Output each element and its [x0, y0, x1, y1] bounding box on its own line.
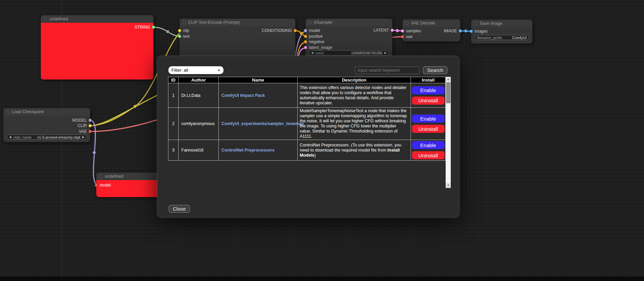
- search-group: Search: [355, 66, 447, 74]
- search-button[interactable]: Search: [423, 66, 447, 74]
- slot-label: images: [475, 29, 488, 34]
- uninstall-button[interactable]: Uninstall: [412, 151, 445, 159]
- link-midpoint-dot[interactable]: [396, 29, 399, 32]
- vae-port-icon[interactable]: [88, 130, 92, 133]
- clip-port-icon[interactable]: [178, 29, 181, 32]
- input-slot-negative: negative: [304, 39, 324, 44]
- latent-port-icon[interactable]: [391, 29, 394, 32]
- latent-port-icon[interactable]: [304, 46, 307, 49]
- seed-widget[interactable]: ◀ seed 156680208700286 ▶: [309, 50, 389, 56]
- extension-table-zone: ID Author Name Description Install 1 Dr.…: [168, 77, 451, 188]
- link-midpoint-dot[interactable]: [166, 30, 169, 33]
- conditioning-port-icon[interactable]: [304, 35, 307, 38]
- node-undefined-bottom[interactable]: undefined model: [96, 173, 161, 197]
- filename-prefix-widget[interactable]: filename_prefix ComfyUI: [475, 35, 529, 40]
- cell-name: ComfyUI_experiments/sampler_tonemap: [219, 108, 298, 140]
- node-header[interactable]: Load Checkpoint: [3, 108, 90, 116]
- custom-nodes-manager-dialog: Filter: all ▼ Search ID Author Name Desc…: [157, 56, 459, 217]
- col-header-id: ID: [168, 77, 179, 83]
- widget-increment-icon[interactable]: ▶: [82, 136, 84, 139]
- latent-port-icon[interactable]: [401, 29, 404, 33]
- link-midpoint-dot[interactable]: [93, 151, 96, 154]
- node-title: VAE Decode: [411, 21, 435, 25]
- node-vae-decode[interactable]: VAE Decode samples vae IMAGE: [402, 19, 460, 41]
- enable-button[interactable]: Enable: [412, 86, 445, 94]
- node-ksampler[interactable]: KSampler model positive negative latent_…: [306, 19, 392, 58]
- node-title: Save Image: [480, 21, 502, 26]
- search-input[interactable]: [355, 67, 419, 74]
- vae-port-icon[interactable]: [401, 35, 404, 38]
- uninstall-button[interactable]: Uninstall: [412, 125, 445, 133]
- cell-description: ControlNet Preprocessors. (To use this e…: [298, 140, 411, 161]
- scrollbar-thumb[interactable]: [446, 82, 450, 103]
- scroll-down-button[interactable]: ▼: [446, 183, 451, 188]
- close-button[interactable]: Close: [169, 205, 190, 213]
- extension-link[interactable]: ComfyUI Impact Pack: [221, 93, 265, 98]
- enable-button[interactable]: Enable: [412, 141, 445, 149]
- slot-label: positive: [309, 34, 323, 39]
- output-slot-vae: VAE: [79, 129, 92, 134]
- node-header[interactable]: CLIP Text Encode (Prompt): [180, 19, 295, 26]
- filter-select[interactable]: Filter: all ▼: [168, 66, 224, 74]
- conditioning-port-icon[interactable]: [294, 29, 297, 32]
- link-midpoint-dot[interactable]: [134, 105, 137, 108]
- collapse-dot-icon[interactable]: [99, 175, 102, 178]
- scroll-up-button[interactable]: ▲: [446, 77, 451, 82]
- input-slot-positive: positive: [304, 34, 323, 39]
- string-port-icon[interactable]: [152, 25, 155, 29]
- image-port-icon[interactable]: [469, 30, 473, 33]
- ckpt-name-widget[interactable]: ◀ ckpt_name v1-5-pruned-emaonly.ckpt ▶: [7, 135, 87, 140]
- extension-link[interactable]: ComfyUI_experiments/sampler_tonemap: [221, 121, 304, 126]
- node-undefined-top[interactable]: undefined STRING: [41, 15, 153, 80]
- slot-label: clip: [183, 28, 189, 33]
- dialog-topbar: Filter: all ▼ Search: [168, 66, 447, 74]
- model-port-icon[interactable]: [304, 29, 307, 32]
- collapse-dot-icon[interactable]: [406, 22, 409, 25]
- node-save-image[interactable]: Save Image images filename_prefix ComfyU…: [471, 20, 532, 43]
- collapse-dot-icon[interactable]: [6, 110, 10, 113]
- extension-link[interactable]: ControlNet Preprocessors: [221, 148, 275, 153]
- output-slot-latent: LATENT: [374, 28, 394, 33]
- cell-name: ControlNet Preprocessors: [219, 140, 298, 161]
- conditioning-port-icon[interactable]: [304, 40, 307, 43]
- table-row: 2 comfyanonymous ComfyUI_experiments/sam…: [168, 108, 446, 140]
- collapse-dot-icon[interactable]: [44, 18, 47, 21]
- clip-port-icon[interactable]: [88, 124, 92, 127]
- slot-label: CLIP: [78, 123, 87, 128]
- node-header[interactable]: KSampler: [306, 19, 392, 26]
- widget-decrement-icon[interactable]: ◀: [9, 136, 11, 139]
- col-header-author: Author: [179, 77, 219, 83]
- node-title: undefined: [105, 174, 123, 179]
- model-port-icon[interactable]: [95, 183, 98, 187]
- link-midpoint-dot[interactable]: [464, 30, 467, 33]
- input-slot-text: text: [178, 34, 189, 39]
- image-port-icon[interactable]: [459, 29, 462, 33]
- widget-label: filename_prefix: [477, 36, 502, 40]
- enable-button[interactable]: Enable: [412, 115, 445, 123]
- collapse-dot-icon[interactable]: [309, 21, 312, 24]
- output-slot-clip: CLIP: [78, 123, 92, 128]
- node-header[interactable]: undefined: [96, 173, 161, 180]
- node-title: CLIP Text Encode (Prompt): [188, 20, 240, 25]
- link-midpoint-dot[interactable]: [300, 32, 303, 35]
- slot-label: STRING: [135, 25, 150, 30]
- text-port-icon[interactable]: [178, 35, 181, 38]
- input-slot-model: model: [95, 183, 111, 188]
- model-port-icon[interactable]: [88, 119, 92, 122]
- node-load-checkpoint[interactable]: Load Checkpoint MODEL CLIP VAE ◀ ckpt_na…: [3, 108, 90, 142]
- widget-increment-icon[interactable]: ▶: [384, 52, 386, 54]
- widget-decrement-icon[interactable]: ◀: [311, 52, 313, 54]
- cell-install: Enable Uninstall: [411, 83, 446, 108]
- table-scrollbar[interactable]: ▲ ▼: [446, 77, 451, 188]
- input-slot-images: images: [469, 29, 488, 34]
- scroll-down-icon: ▼: [447, 184, 450, 187]
- node-header[interactable]: Save Image: [471, 20, 532, 27]
- cell-author: Fannovel16: [179, 140, 219, 161]
- slot-label: samples: [406, 29, 421, 33]
- node-header[interactable]: undefined: [41, 15, 153, 23]
- collapse-dot-icon[interactable]: [183, 21, 186, 24]
- table-header-row: ID Author Name Description Install: [168, 77, 446, 83]
- node-header[interactable]: VAE Decode: [402, 19, 460, 27]
- collapse-dot-icon[interactable]: [474, 22, 477, 25]
- uninstall-button[interactable]: Uninstall: [412, 96, 445, 105]
